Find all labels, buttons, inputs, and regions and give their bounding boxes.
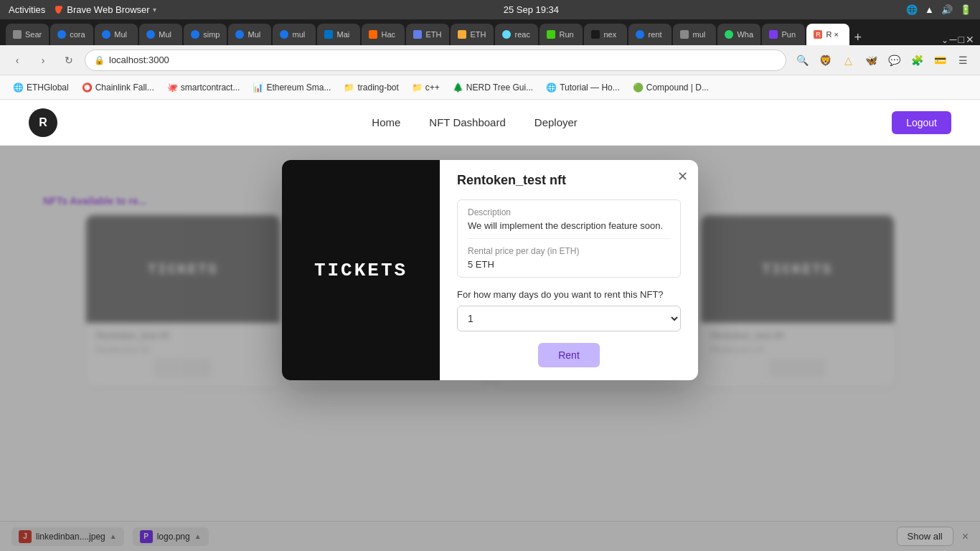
tab-wha[interactable]: Wha xyxy=(717,24,760,45)
modal-body: ✕ Rentoken_test nft Description We will … xyxy=(440,160,698,380)
url-text: localhost:3000 xyxy=(109,55,169,65)
modal-title: Rentoken_test nft xyxy=(457,173,681,188)
tab-list-button[interactable]: ⌄ xyxy=(941,35,948,45)
tab-favicon xyxy=(591,30,600,39)
field-divider xyxy=(468,238,670,239)
modal-image-text: TICKETS xyxy=(314,260,407,281)
nav-nft-dashboard[interactable]: NFT Dashboard xyxy=(429,116,505,128)
forward-button[interactable]: › xyxy=(33,50,53,70)
bookmark-icon: 🐙 xyxy=(167,83,178,93)
discord-button[interactable]: 💬 xyxy=(884,50,904,70)
datetime: 25 Sep 19:34 xyxy=(504,4,559,15)
rent-button[interactable]: Rent xyxy=(538,343,600,367)
activities-label[interactable]: Activities xyxy=(9,4,45,15)
logo-letter: R xyxy=(39,116,47,129)
address-bar[interactable]: 🔒 localhost:3000 xyxy=(85,50,786,71)
tab-mai[interactable]: Mai xyxy=(317,24,360,45)
tab-favicon xyxy=(769,30,778,39)
bookmark-label: Ethereum Sma... xyxy=(266,83,331,93)
tab-reac[interactable]: reac xyxy=(495,24,538,45)
close-button[interactable]: ✕ xyxy=(966,34,974,45)
browser-name: Brave Web Browser xyxy=(67,4,149,15)
nav-deployer[interactable]: Deployer xyxy=(534,116,578,128)
reload-button[interactable]: ↻ xyxy=(59,50,79,70)
modal-close-button[interactable]: ✕ xyxy=(677,170,688,183)
bookmark-nerd-tree[interactable]: 🌲 NERD Tree Gui... xyxy=(447,80,539,95)
tab-run[interactable]: Run xyxy=(540,24,583,45)
tab-label: cora xyxy=(70,30,85,39)
tab-favicon xyxy=(235,30,244,39)
tab-simp[interactable]: simp xyxy=(184,24,227,45)
wallet-button[interactable]: 💳 xyxy=(930,50,950,70)
tab-search[interactable]: Sear xyxy=(6,24,49,45)
description-label: Description xyxy=(468,207,670,217)
tab-active[interactable]: R R × xyxy=(806,24,849,45)
bookmark-tutorial[interactable]: 🌐 Tutorial — Ho... xyxy=(540,80,626,95)
volume-icon: 🔊 xyxy=(941,4,953,15)
bookmark-compound[interactable]: 🟢 Compound | D... xyxy=(627,80,715,95)
bookmark-icon: 🌐 xyxy=(546,83,557,93)
modal-overlay: TICKETS ✕ Rentoken_test nft Description … xyxy=(0,146,980,551)
tab-nex[interactable]: nex xyxy=(584,24,627,45)
bookmark-chainlink[interactable]: ⭕ Chainlink Fall... xyxy=(76,80,160,95)
tab-favicon-search xyxy=(13,30,22,39)
tab-mul2[interactable]: Mul xyxy=(139,24,182,45)
tab-mul4[interactable]: mul xyxy=(273,24,316,45)
tab-favicon xyxy=(725,30,733,39)
tab-mul5[interactable]: mul xyxy=(673,24,716,45)
brave-rewards-button[interactable]: △ xyxy=(838,50,858,70)
search-page-button[interactable]: 🔍 xyxy=(792,50,812,70)
logout-button[interactable]: Logout xyxy=(892,111,951,134)
brave-shields-button[interactable]: 🦁 xyxy=(815,50,835,70)
bookmark-icon: 🟢 xyxy=(633,83,644,93)
tab-eth2[interactable]: ETH xyxy=(451,24,494,45)
bookmark-icon: 📁 xyxy=(412,83,423,93)
nav-home[interactable]: Home xyxy=(372,116,400,128)
tab-label: mul xyxy=(692,30,705,39)
tab-label: Sear xyxy=(25,30,42,39)
butterfly-button[interactable]: 🦋 xyxy=(861,50,881,70)
bookmark-smartcontract[interactable]: 🐙 smartcontract... xyxy=(161,80,246,95)
nav-bar: ‹ › ↻ 🔒 localhost:3000 🔍 🦁 △ 🦋 💬 🧩 💳 ☰ xyxy=(0,45,980,75)
bookmarks-bar: 🌐 ETHGlobal ⭕ Chainlink Fall... 🐙 smartc… xyxy=(0,75,980,100)
bookmark-ethereum-sma[interactable]: 📊 Ethereum Sma... xyxy=(247,80,336,95)
tab-favicon xyxy=(547,30,555,39)
bookmark-ethglobal[interactable]: 🌐 ETHGlobal xyxy=(7,80,75,95)
tab-label: Pun xyxy=(781,30,796,39)
bookmark-label: Compound | D... xyxy=(646,83,709,93)
tab-label: Run xyxy=(559,30,573,39)
tab-label: Wha xyxy=(737,30,753,39)
network-icon: 🌐 xyxy=(906,4,918,15)
bookmark-label: NERD Tree Gui... xyxy=(466,83,533,93)
tab-mul1[interactable]: Mul xyxy=(95,24,138,45)
bookmark-label: Tutorial — Ho... xyxy=(560,83,620,93)
description-field: Description We will implement the descri… xyxy=(457,199,681,278)
tab-cora[interactable]: cora xyxy=(50,24,93,45)
tab-label-active: R × xyxy=(826,30,838,39)
maximize-button[interactable]: □ xyxy=(958,34,964,45)
tab-pun[interactable]: Pun xyxy=(762,24,805,45)
extensions-button[interactable]: 🧩 xyxy=(907,50,927,70)
battery-icon: 🔋 xyxy=(960,4,971,15)
tab-favicon xyxy=(369,30,377,39)
tab-favicon xyxy=(636,30,644,39)
days-select[interactable]: 1 2 3 5 7 10 14 30 xyxy=(457,306,681,331)
new-tab-button[interactable]: + xyxy=(854,30,862,45)
menu-button[interactable]: ☰ xyxy=(953,50,973,70)
bookmark-cpp[interactable]: 📁 c++ xyxy=(406,80,446,95)
back-button[interactable]: ‹ xyxy=(7,50,27,70)
os-bar: Activities Brave Web Browser ▾ 25 Sep 19… xyxy=(0,0,980,19)
bookmark-icon: 🌲 xyxy=(453,83,463,93)
tab-label: ETH xyxy=(425,30,441,39)
tab-mul3[interactable]: Mul xyxy=(228,24,271,45)
os-bar-left: Activities Brave Web Browser ▾ xyxy=(9,4,156,15)
tab-eth1[interactable]: ETH xyxy=(406,24,449,45)
tab-favicon xyxy=(413,30,422,39)
nav-icons: 🔍 🦁 △ 🦋 💬 🧩 💳 ☰ xyxy=(792,50,973,70)
tab-rent[interactable]: rent xyxy=(628,24,672,45)
tab-favicon xyxy=(146,30,155,39)
bookmark-trading-bot[interactable]: 📁 trading-bot xyxy=(338,80,404,95)
minimize-button[interactable]: ─ xyxy=(950,34,957,45)
dropdown-icon[interactable]: ▾ xyxy=(153,6,156,14)
tab-hac[interactable]: Hac xyxy=(362,24,405,45)
